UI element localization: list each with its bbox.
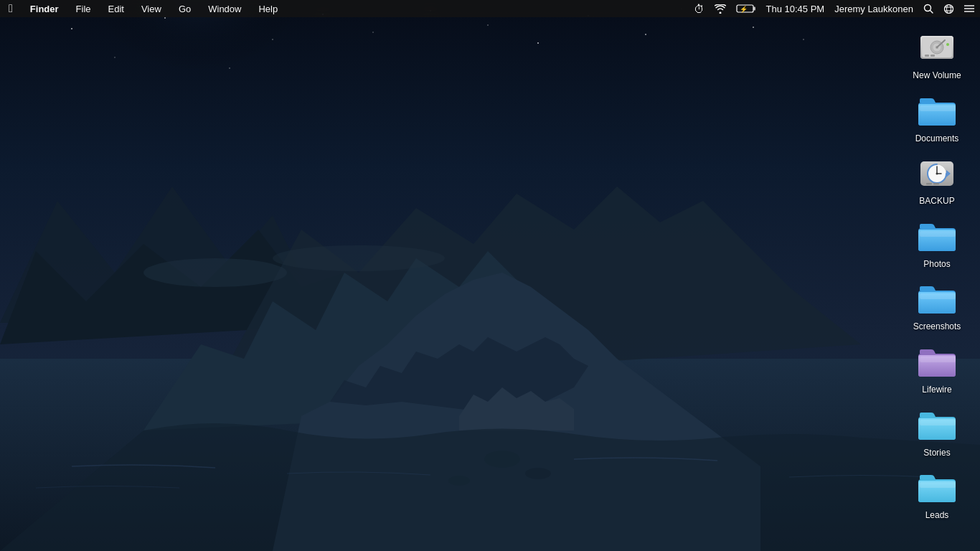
new-volume-label: New Volume bbox=[913, 70, 961, 82]
battery-icon[interactable]: ⚡ bbox=[736, 4, 756, 14]
svg-point-30 bbox=[273, 245, 445, 271]
svg-point-50 bbox=[946, 43, 949, 46]
stories-label: Stories bbox=[923, 448, 950, 459]
svg-rect-52 bbox=[930, 55, 935, 57]
svg-line-35 bbox=[930, 11, 933, 14]
app-name-menu[interactable]: Finder bbox=[27, 2, 62, 16]
svg-point-36 bbox=[945, 4, 953, 13]
stories-folder-icon bbox=[917, 405, 957, 445]
window-menu[interactable]: Window bbox=[205, 2, 244, 16]
svg-point-29 bbox=[143, 258, 287, 287]
lifewire-label: Lifewire bbox=[922, 385, 951, 396]
svg-point-13 bbox=[753, 27, 754, 28]
svg-rect-70 bbox=[920, 293, 956, 299]
svg-point-3 bbox=[164, 17, 166, 19]
backup-icon bbox=[917, 153, 957, 193]
menubar-left:  Finder File Edit View Go Window Help bbox=[6, 1, 694, 17]
desktop-icons-area: New Volume Documents bbox=[908, 24, 966, 524]
menubar:  Finder File Edit View Go Window Help ⏱ bbox=[0, 0, 980, 17]
svg-text:⚡: ⚡ bbox=[740, 5, 748, 14]
new-volume-icon bbox=[917, 27, 957, 67]
desktop-icon-backup[interactable]: BACKUP bbox=[908, 150, 966, 210]
svg-rect-55 bbox=[920, 105, 956, 111]
desktop-icon-screenshots[interactable]: Screenshots bbox=[908, 276, 966, 336]
time-machine-icon[interactable]: ⏱ bbox=[694, 3, 705, 15]
svg-rect-63 bbox=[926, 183, 932, 185]
go-menu[interactable]: Go bbox=[176, 2, 194, 16]
backup-label: BACKUP bbox=[919, 196, 954, 207]
screenshots-label: Screenshots bbox=[913, 321, 961, 333]
desktop-icon-stories[interactable]: Stories bbox=[908, 402, 966, 462]
desktop-icon-lifewire[interactable]: Lifewire bbox=[908, 339, 966, 399]
wifi-icon[interactable] bbox=[715, 4, 726, 14]
edit-menu[interactable]: Edit bbox=[105, 2, 127, 16]
svg-rect-67 bbox=[920, 231, 956, 237]
svg-rect-32 bbox=[753, 7, 755, 11]
desktop-icon-new-volume[interactable]: New Volume bbox=[908, 24, 966, 85]
desktop-background bbox=[0, 0, 980, 551]
photos-folder-icon bbox=[917, 216, 957, 256]
svg-rect-64 bbox=[933, 183, 939, 185]
documents-label: Documents bbox=[915, 133, 959, 145]
svg-rect-73 bbox=[920, 357, 956, 362]
svg-point-2 bbox=[71, 28, 72, 29]
help-menu[interactable]: Help bbox=[255, 2, 281, 16]
svg-point-9 bbox=[537, 42, 539, 44]
documents-folder-icon bbox=[917, 90, 957, 131]
datetime-display[interactable]: Thu 10:45 PM bbox=[766, 4, 825, 14]
photos-label: Photos bbox=[923, 259, 950, 270]
apple-menu[interactable]:  bbox=[6, 1, 16, 17]
file-menu[interactable]: File bbox=[73, 2, 94, 16]
menubar-right: ⏱ ⚡ Thu 10:45 PM Jeremy Laukkonen bbox=[694, 3, 975, 15]
svg-point-17 bbox=[229, 67, 230, 69]
svg-point-14 bbox=[803, 39, 804, 40]
svg-rect-51 bbox=[925, 55, 929, 57]
svg-point-4 bbox=[272, 39, 273, 40]
desktop-icon-documents[interactable]: Documents bbox=[908, 88, 966, 148]
svg-point-62 bbox=[936, 173, 938, 175]
svg-rect-79 bbox=[920, 482, 956, 488]
user-name-display[interactable]: Jeremy Laukkonen bbox=[834, 4, 913, 14]
svg-point-37 bbox=[947, 4, 951, 13]
control-center-icon[interactable] bbox=[964, 4, 974, 13]
svg-point-6 bbox=[372, 32, 374, 33]
leads-folder-icon bbox=[917, 467, 957, 507]
spotlight-icon[interactable] bbox=[923, 4, 933, 14]
desktop-icon-leads[interactable]: Leads bbox=[908, 464, 966, 524]
screenshots-folder-icon bbox=[917, 278, 957, 319]
globe-icon[interactable] bbox=[943, 4, 954, 14]
lifewire-folder-icon bbox=[917, 342, 957, 382]
svg-rect-76 bbox=[920, 420, 956, 425]
svg-point-11 bbox=[645, 34, 646, 35]
desktop-icon-photos[interactable]: Photos bbox=[908, 213, 966, 273]
leads-label: Leads bbox=[925, 510, 949, 522]
svg-point-16 bbox=[114, 57, 116, 58]
view-menu[interactable]: View bbox=[138, 2, 164, 16]
svg-point-8 bbox=[487, 24, 489, 26]
